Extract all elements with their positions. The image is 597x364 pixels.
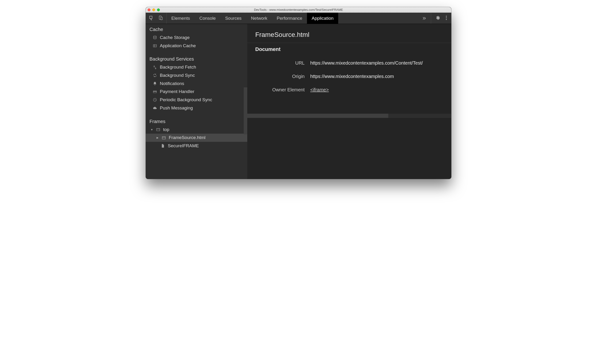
body-area: Cache Cache Storage Application Cache Ba… bbox=[146, 24, 451, 179]
application-sidebar: Cache Cache Storage Application Cache Ba… bbox=[146, 24, 247, 179]
frames-item-frame-source[interactable]: ▶ FrameSource.html bbox=[146, 134, 247, 142]
toolbar-icon-group bbox=[146, 13, 167, 24]
svg-point-3 bbox=[446, 16, 447, 17]
inspect-element-icon[interactable] bbox=[149, 15, 154, 21]
url-value: https://www.mixedcontentexamples.com/Con… bbox=[310, 60, 443, 66]
sidebar-item-payment-handler[interactable]: Payment Handler bbox=[146, 88, 247, 96]
tab-application[interactable]: Application bbox=[307, 13, 338, 24]
maximize-window-button[interactable] bbox=[157, 8, 160, 11]
sync-icon bbox=[152, 73, 157, 77]
devtools-window: DevTools - www.mixedcontentexamples.com/… bbox=[146, 7, 451, 179]
fetch-icon bbox=[152, 65, 157, 69]
chevron-right-icon[interactable]: ▶ bbox=[156, 136, 159, 139]
sidebar-item-push-messaging[interactable]: Push Messaging bbox=[146, 104, 247, 112]
tab-sources[interactable]: Sources bbox=[220, 13, 246, 24]
svg-point-6 bbox=[153, 36, 156, 37]
tab-network[interactable]: Network bbox=[246, 13, 272, 24]
svg-rect-11 bbox=[153, 91, 157, 92]
cloud-icon bbox=[152, 106, 157, 110]
window-title: DevTools - www.mixedcontentexamples.com/… bbox=[146, 8, 451, 12]
kv-owner-element: Owner Element <iframe> bbox=[247, 85, 451, 95]
frames-item-label: top bbox=[163, 127, 169, 133]
horizontal-scrollbar-track[interactable] bbox=[247, 114, 451, 118]
origin-value: https://www.mixedcontentexamples.com bbox=[310, 74, 443, 79]
close-window-button[interactable] bbox=[148, 8, 150, 11]
frames-item-top[interactable]: ▼ top bbox=[146, 126, 247, 134]
more-tabs-button[interactable] bbox=[418, 13, 431, 24]
traffic-lights bbox=[148, 8, 160, 11]
svg-rect-2 bbox=[161, 17, 162, 20]
window-icon bbox=[156, 128, 161, 132]
sidebar-item-cache-storage[interactable]: Cache Storage bbox=[146, 34, 247, 42]
sidebar-scrollbar[interactable] bbox=[244, 87, 247, 134]
sidebar-item-label: Background Fetch bbox=[160, 64, 196, 70]
section-header-cache: Cache bbox=[146, 24, 247, 34]
origin-label: Origin bbox=[255, 74, 305, 79]
file-icon bbox=[160, 144, 165, 148]
kv-origin: Origin https://www.mixedcontentexamples.… bbox=[247, 71, 451, 82]
svg-rect-13 bbox=[157, 129, 160, 131]
sidebar-item-label: Push Messaging bbox=[160, 105, 193, 111]
kebab-menu-icon[interactable] bbox=[446, 15, 447, 21]
section-header-background-services: Background Services bbox=[146, 50, 247, 63]
owner-element-value: <iframe> bbox=[310, 87, 443, 92]
gear-icon[interactable] bbox=[435, 15, 440, 21]
credit-card-icon bbox=[152, 90, 157, 94]
database-icon bbox=[152, 36, 157, 40]
sidebar-item-notifications[interactable]: Notifications bbox=[146, 80, 247, 88]
sidebar-item-application-cache[interactable]: Application Cache bbox=[146, 42, 247, 50]
minimize-window-button[interactable] bbox=[152, 8, 155, 11]
owner-element-label: Owner Element bbox=[255, 87, 305, 92]
frames-item-label: FrameSource.html bbox=[169, 135, 205, 141]
grid-icon bbox=[152, 44, 157, 48]
url-label: URL bbox=[255, 60, 305, 66]
section-header-frames: Frames bbox=[146, 112, 247, 126]
main-toolbar: Elements Console Sources Network Perform… bbox=[146, 13, 451, 24]
sidebar-item-label: Periodic Background Sync bbox=[160, 97, 212, 103]
sidebar-item-label: Background Sync bbox=[160, 73, 195, 78]
svg-point-4 bbox=[446, 17, 447, 18]
sidebar-item-label: Notifications bbox=[160, 81, 184, 87]
sidebar-item-label: Cache Storage bbox=[160, 35, 190, 41]
main-tabs: Elements Console Sources Network Perform… bbox=[167, 13, 418, 24]
frames-item-label: SecureIFRAME bbox=[168, 143, 199, 149]
tab-elements[interactable]: Elements bbox=[167, 13, 195, 24]
frame-details-panel: FrameSource.html Document URL https://ww… bbox=[247, 24, 451, 179]
window-icon bbox=[161, 136, 166, 140]
device-toggle-icon[interactable] bbox=[158, 15, 163, 21]
tab-performance[interactable]: Performance bbox=[272, 13, 307, 24]
document-section-header: Document bbox=[247, 43, 451, 58]
kv-url: URL https://www.mixedcontentexamples.com… bbox=[247, 58, 451, 68]
svg-point-5 bbox=[446, 19, 447, 20]
svg-rect-15 bbox=[162, 136, 165, 139]
tab-console[interactable]: Console bbox=[195, 13, 220, 24]
toolbar-right-icons bbox=[431, 13, 451, 24]
sidebar-item-label: Application Cache bbox=[160, 43, 196, 49]
horizontal-scrollbar-thumb[interactable] bbox=[247, 114, 388, 118]
frames-item-secure-iframe[interactable]: SecureIFRAME bbox=[146, 142, 247, 150]
owner-element-link[interactable]: <iframe> bbox=[310, 87, 329, 92]
sidebar-item-periodic-background-sync[interactable]: Periodic Background Sync bbox=[146, 96, 247, 104]
svg-rect-0 bbox=[150, 16, 152, 19]
sidebar-item-label: Payment Handler bbox=[160, 89, 194, 95]
clock-icon bbox=[152, 98, 157, 102]
chevron-down-icon[interactable]: ▼ bbox=[150, 128, 153, 131]
sidebar-item-background-fetch[interactable]: Background Fetch bbox=[146, 63, 247, 71]
titlebar: DevTools - www.mixedcontentexamples.com/… bbox=[146, 7, 451, 13]
sidebar-item-background-sync[interactable]: Background Sync bbox=[146, 71, 247, 80]
page-title: FrameSource.html bbox=[247, 24, 451, 43]
bell-icon bbox=[152, 82, 157, 86]
